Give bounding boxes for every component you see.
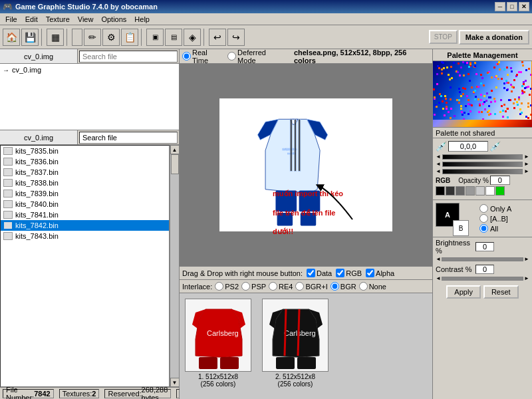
list-item[interactable]: kits_7841.bin: [1, 209, 169, 220]
bgri-radio-label[interactable]: BGR+I: [295, 282, 327, 291]
psp-radio[interactable]: [241, 282, 250, 291]
slider-bar-2[interactable]: [442, 162, 523, 167]
file-list-scrollbar[interactable]: ▲ ▼: [170, 145, 179, 387]
thumbnail-2[interactable]: Carlsberg 2. 512x512x8(256 colors): [262, 299, 329, 388]
menu-texture[interactable]: Texture: [42, 15, 74, 24]
scroll-up-arrow[interactable]: ▲: [170, 145, 180, 154]
right-arrow-3[interactable]: ►: [524, 168, 529, 174]
swatch-4[interactable]: [466, 186, 475, 196]
palette-canvas[interactable]: [433, 61, 532, 128]
apply-button[interactable]: Apply: [446, 285, 481, 299]
dropper-right-icon[interactable]: 💉: [489, 141, 501, 152]
swatch-5[interactable]: [475, 186, 485, 196]
close-button[interactable]: ✕: [519, 2, 529, 11]
right-arrow-2[interactable]: ►: [524, 161, 529, 167]
b-swatch[interactable]: B: [453, 220, 469, 236]
toolbar-btn3[interactable]: [72, 29, 82, 46]
realtime-radio-label[interactable]: Real Time: [182, 49, 225, 65]
all-label[interactable]: All: [479, 224, 511, 233]
opacity-input[interactable]: 0: [490, 176, 510, 185]
contrast-right-arrow[interactable]: ►: [524, 275, 529, 281]
list-item[interactable]: kits_7843.bin: [1, 231, 169, 241]
slider-bar-3[interactable]: [442, 169, 523, 174]
list-item[interactable]: kits_7838.bin: [1, 178, 169, 188]
thumbnail-1[interactable]: Carlsberg 1. 512x512x8(256 colors): [185, 299, 251, 388]
all-radio[interactable]: [479, 224, 488, 233]
list-item-selected[interactable]: kits_7842.bin: [1, 220, 169, 231]
brightness-slider[interactable]: [442, 257, 523, 261]
bgri-radio[interactable]: [295, 282, 304, 291]
brightness-right-arrow[interactable]: ►: [524, 256, 529, 262]
left-arrow-3[interactable]: ◄: [436, 168, 441, 174]
psp-radio-label[interactable]: PSP: [241, 282, 266, 291]
re4-radio[interactable]: [269, 282, 277, 291]
menu-file[interactable]: File: [1, 15, 21, 24]
dropper-icon[interactable]: 💉: [436, 141, 447, 152]
reset-button[interactable]: Reset: [483, 285, 519, 299]
toolbar-import[interactable]: ▣: [146, 29, 164, 46]
toolbar-new[interactable]: 🏠: [3, 29, 20, 46]
contrast-slider[interactable]: [442, 277, 523, 281]
toolbar-btn5[interactable]: 📋: [121, 29, 138, 46]
contrast-left-arrow[interactable]: ◄: [436, 275, 441, 281]
list-item[interactable]: kits_7837.bin: [1, 167, 169, 178]
palette-pixels[interactable]: [433, 61, 531, 120]
swatch-7[interactable]: [495, 186, 505, 196]
menu-view[interactable]: View: [74, 15, 98, 24]
toolbar-export[interactable]: ▤: [165, 29, 182, 46]
toolbar-btn7[interactable]: ◈: [184, 29, 201, 46]
menu-help[interactable]: Help: [130, 15, 154, 24]
file-list-search-input[interactable]: [79, 132, 178, 144]
rgb-checkbox-label[interactable]: RGB: [336, 269, 362, 277]
right-arrow-1[interactable]: ►: [524, 154, 529, 160]
menu-edit[interactable]: Edit: [21, 15, 42, 24]
maximize-button[interactable]: □: [507, 2, 517, 11]
list-item[interactable]: kits_7839.bin: [1, 188, 169, 199]
ps2-radio[interactable]: [215, 282, 223, 291]
alpha-checkbox-label[interactable]: Alpha: [366, 269, 394, 277]
toolbar-open[interactable]: 💾: [21, 29, 39, 46]
toolbar-undo[interactable]: ↩: [209, 29, 226, 46]
ps2-radio-label[interactable]: PS2: [215, 282, 239, 291]
minimize-button[interactable]: ─: [495, 2, 505, 11]
toolbar-edit[interactable]: ✏: [84, 29, 101, 46]
color-value-input[interactable]: 0,0,0: [448, 141, 488, 152]
swatch-6[interactable]: [485, 186, 495, 196]
left-arrow-2[interactable]: ◄: [436, 161, 441, 167]
a-b-label[interactable]: [A..B]: [479, 214, 511, 223]
nav-item[interactable]: → cv_0.img: [1, 65, 178, 74]
deferred-radio-label[interactable]: Deferred Mode: [227, 49, 286, 65]
menu-options[interactable]: Options: [97, 15, 130, 24]
none-radio[interactable]: [359, 282, 368, 291]
brightness-input[interactable]: 0: [475, 242, 494, 251]
bgr-radio[interactable]: [331, 282, 339, 291]
bgr-radio-label[interactable]: BGR: [331, 282, 356, 291]
swatch-1[interactable]: [436, 186, 445, 196]
toolbar-settings[interactable]: ⚙: [102, 29, 120, 46]
alpha-checkbox[interactable]: [366, 269, 374, 277]
none-radio-label[interactable]: None: [359, 282, 386, 291]
data-checkbox-label[interactable]: Data: [307, 269, 332, 277]
toolbar-redo[interactable]: ↪: [227, 29, 245, 46]
scroll-thumb[interactable]: [171, 154, 179, 174]
only-a-label[interactable]: Only A: [479, 204, 511, 213]
stop-button[interactable]: STOP: [429, 30, 458, 44]
list-item[interactable]: kits_7835.bin: [1, 146, 169, 156]
realtime-radio[interactable]: [182, 52, 191, 61]
data-checkbox[interactable]: [307, 269, 315, 277]
toolbar-grid[interactable]: ▦: [47, 29, 64, 46]
list-item[interactable]: kits_7840.bin: [1, 199, 169, 209]
top-search-input[interactable]: [79, 51, 178, 63]
scroll-down-arrow[interactable]: ▼: [170, 378, 180, 387]
donation-button[interactable]: Make a donation: [459, 30, 529, 45]
brightness-left-arrow[interactable]: ◄: [436, 256, 441, 262]
only-a-radio[interactable]: [479, 204, 488, 213]
swatch-2[interactable]: [446, 186, 455, 196]
list-item[interactable]: kits_7836.bin: [1, 156, 169, 167]
rgb-checkbox[interactable]: [336, 269, 344, 277]
contrast-input[interactable]: 0: [475, 265, 494, 274]
deferred-radio[interactable]: [227, 52, 236, 61]
left-arrow-1[interactable]: ◄: [436, 154, 441, 160]
slider-bar-1[interactable]: [442, 154, 523, 160]
a-b-radio[interactable]: [479, 214, 488, 223]
